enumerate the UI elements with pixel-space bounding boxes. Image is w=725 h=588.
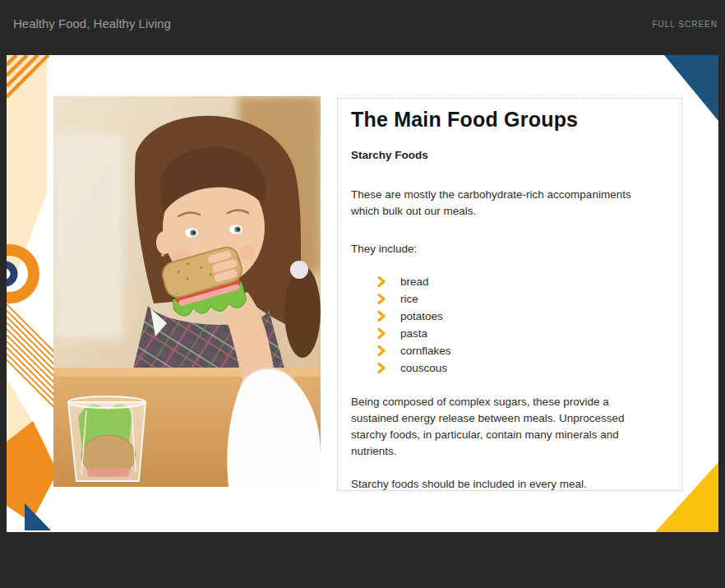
slide-canvas: The Main Food Groups Starchy Foods These…: [7, 55, 718, 532]
list-item: potatoes: [377, 308, 673, 325]
fullscreen-button[interactable]: FULL SCREEN: [652, 20, 718, 29]
course-player: Healthy Food, Healthy Living FULL SCREEN: [0, 0, 725, 588]
slide-photo: [53, 96, 321, 487]
list-item: cornflakes: [377, 342, 673, 359]
chevron-bullet-icon: [377, 328, 386, 339]
intro-paragraph: These are mostly the carbohydrate-rich a…: [351, 187, 658, 220]
slide-subtitle: Starchy Foods: [351, 149, 673, 162]
chevron-bullet-icon: [377, 276, 386, 287]
chevron-bullet-icon: [377, 345, 386, 356]
list-item: rice: [377, 290, 673, 308]
navy-ring-shape: [7, 265, 14, 283]
content-box: The Main Food Groups Starchy Foods These…: [337, 98, 682, 491]
closing-paragraph: Starchy foods should be included in ever…: [351, 476, 658, 493]
course-title: Healthy Food, Healthy Living: [13, 16, 171, 30]
chevron-bullet-icon: [377, 294, 386, 304]
food-list: bread rice potatoes pasta cornflakes cou…: [377, 273, 673, 377]
orange-diamond-shape: [7, 421, 58, 522]
list-intro: They include:: [351, 241, 658, 257]
chevron-bullet-icon: [377, 311, 386, 322]
chevron-bullet-icon: [377, 363, 386, 373]
player-bar: [0, 532, 725, 588]
list-item: pasta: [377, 325, 673, 342]
list-item: bread: [377, 273, 673, 290]
body-paragraph: Being composed of complex sugars, these …: [351, 394, 658, 460]
list-item: couscous: [377, 359, 673, 377]
slide-title: The Main Food Groups: [351, 105, 673, 133]
